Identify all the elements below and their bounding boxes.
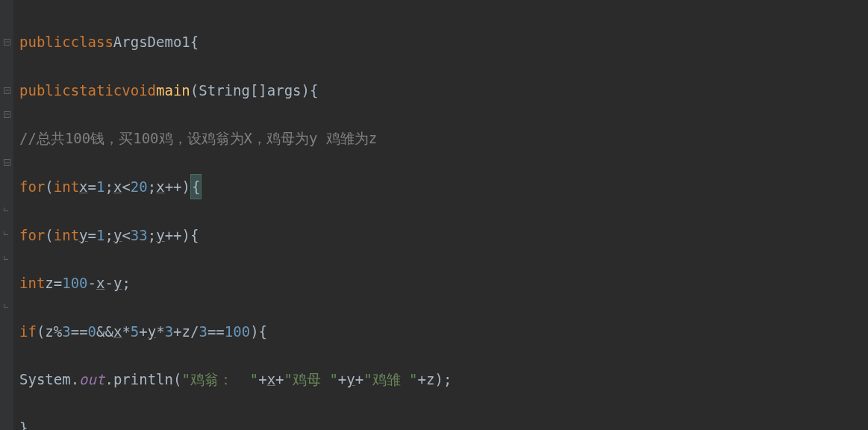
operator: * [122,320,130,343]
keyword: if [19,320,37,343]
variable: y [113,223,122,247]
gutter-line [0,6,13,30]
dot: . [71,367,79,391]
variable: y [156,223,164,247]
operator: = [54,271,62,295]
paren: ) [302,78,310,102]
number: 3 [62,320,70,343]
code-line: for (int x=1;x<20;x++){ [19,175,868,199]
variable: z [182,320,190,343]
gutter-fold[interactable] [0,151,13,175]
paren: ( [190,78,199,102]
code-editor[interactable]: public class ArgsDemo1 { public static v… [13,0,868,430]
number: 5 [131,320,139,343]
gutter-fold[interactable] [0,30,13,54]
string: "鸡母 " [284,367,338,391]
keyword: class [71,30,113,54]
operator: && [96,320,113,343]
number: 100 [225,320,250,343]
keyword: int [54,175,79,199]
string: "鸡翁： " [181,367,258,391]
brackets: [] [250,78,267,102]
variable: x [79,175,87,199]
semicolon: ; [148,175,156,199]
gutter-fold-end[interactable] [0,296,13,320]
method-call: println [113,367,173,391]
operator: + [418,367,426,391]
variable: y [79,223,87,247]
keyword: for [19,175,45,199]
code-line: System.out.println("鸡翁： "+x+"鸡母 "+y+"鸡雏 … [19,367,868,391]
string: "鸡雏 " [363,367,417,391]
gutter-line [0,320,13,343]
operator: ++ [165,175,182,199]
keyword: for [19,223,45,247]
number: 3 [165,320,173,343]
operator: == [71,320,88,343]
code-line: int z = 100-x-y; [19,271,868,295]
brace: { [190,223,199,247]
keyword: public [19,78,71,102]
number: 33 [131,223,148,247]
keyword: static [71,78,122,102]
semicolon: ; [104,223,113,247]
variable: y [148,320,156,343]
paren: ) [250,320,258,343]
operator: == [207,320,225,343]
brace: { [259,320,267,343]
class-ref: System [19,367,71,391]
variable: y [346,367,355,391]
operator: - [88,271,96,295]
fold-minus-icon [4,159,10,166]
brace: { [190,30,199,54]
paren: ) [182,175,190,199]
fold-end-icon [4,208,10,214]
fold-minus-icon [4,111,10,118]
editor-gutter [0,0,13,430]
operator: + [258,367,266,391]
class-name: ArgsDemo1 [113,30,190,54]
fold-minus-icon [4,87,10,94]
code-line: public static void main(String[] args) { [19,78,868,102]
operator: + [139,320,147,343]
code-line: if (z%3==0 && x*5+y*3+z/3==100){ [19,320,868,343]
brace-matched: { [190,174,202,199]
operator: + [275,367,284,391]
number: 20 [131,175,148,199]
operator: + [338,367,346,391]
code-line: //总共100钱，买100鸡，设鸡翁为X，鸡母为y 鸡雏为z [19,126,868,150]
fold-end-icon [4,231,10,238]
gutter-line [0,126,13,150]
paren: ( [45,175,53,199]
fold-end-icon [4,304,10,311]
dot: . [104,367,113,391]
gutter-fold[interactable] [0,78,13,102]
paren: ( [45,223,53,247]
gutter-fold-end[interactable] [0,223,13,247]
operator: = [88,175,96,199]
paren: ( [37,320,45,343]
paren: ( [173,367,181,391]
gutter-fold[interactable] [0,102,13,126]
operator: < [122,175,130,199]
variable: x [113,320,122,343]
code-line: } [19,416,868,430]
operator: + [173,320,181,343]
code-line: public class ArgsDemo1 { [19,30,868,54]
semicolon: ; [104,175,113,199]
operator: * [156,320,164,343]
keyword: public [19,30,71,54]
operator: < [122,223,130,247]
keyword: int [54,223,79,247]
gutter-line [0,271,13,295]
gutter-fold-end[interactable] [0,199,13,222]
variable: x [267,367,275,391]
variable: x [96,271,104,295]
variable: x [113,175,122,199]
semicolon: ; [443,367,452,391]
keyword: int [19,271,45,295]
number: 3 [199,320,207,343]
method-name: main [156,78,190,102]
gutter-fold-end[interactable] [0,247,13,271]
paren: ) [182,223,190,247]
